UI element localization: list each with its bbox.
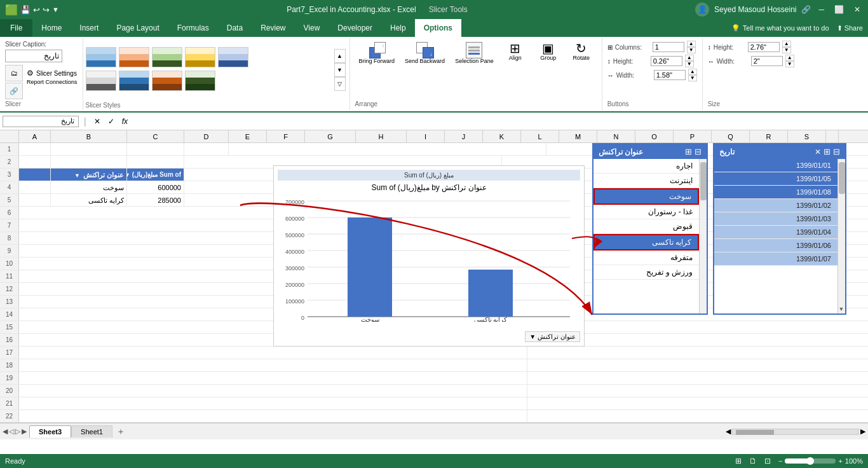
cell-B1[interactable] (51, 143, 127, 155)
date-item-07[interactable]: 1399/01/07 (714, 252, 837, 266)
columns-spinner[interactable]: ▲ ▼ (687, 41, 696, 53)
report-connections-btn[interactable]: 🔗 (5, 83, 23, 99)
cell-B3-header[interactable]: عنوان تراکنش ▼ (51, 169, 127, 181)
tab-page-layout[interactable]: Page Layout (107, 19, 168, 37)
cell-D1[interactable] (184, 143, 229, 155)
tab-developer[interactable]: Developer (329, 19, 381, 37)
columns-down[interactable]: ▼ (687, 47, 696, 53)
col-header-L[interactable]: L (521, 130, 559, 142)
col-header-N[interactable]: N (597, 130, 635, 142)
name-box[interactable] (3, 116, 79, 127)
slicer-icon-btn[interactable]: 🗂 (5, 65, 23, 81)
page-break-icon[interactable]: ⊡ (764, 457, 771, 465)
date-item-08[interactable]: 1399/01/08 (714, 186, 837, 199)
slicer-item-ghaza[interactable]: غذا - رستوران (593, 205, 699, 219)
col-header-B[interactable]: B (51, 130, 127, 142)
share-btn[interactable]: ⬆ Share (837, 24, 863, 32)
cell-C3-header[interactable]: Sum of مبلغ(ریال) ▼ (127, 169, 184, 181)
date-item-02[interactable]: 1399/01/02 (714, 199, 837, 212)
date-slicer-scrollbar[interactable]: ▼ (837, 159, 845, 313)
bar-kraiye[interactable] (468, 270, 513, 317)
slicer-item-ejare[interactable]: اجاره (593, 159, 699, 174)
cell-A4[interactable] (19, 181, 51, 193)
slicer-item-ghobooz[interactable]: قبوض (593, 219, 699, 234)
restore-btn[interactable]: ⬜ (832, 5, 846, 14)
date-slicer[interactable]: ⊟ ⊞ ✕ تاریخ 1399/01/01 1399/01/05 1399/0… (713, 143, 846, 315)
date-item-03[interactable]: 1399/01/03 (714, 212, 837, 226)
col-header-K[interactable]: K (483, 130, 521, 142)
height-down[interactable]: ▼ (685, 61, 694, 67)
tab-data[interactable]: Data (218, 19, 252, 37)
tab-file[interactable]: File (0, 19, 32, 37)
cell-A1[interactable] (19, 143, 51, 155)
col-header-J[interactable]: J (445, 130, 483, 142)
col-header-T[interactable] (826, 130, 839, 142)
customize-icon[interactable]: ▼ (52, 6, 59, 13)
styles-expand[interactable]: ▽ (334, 77, 346, 91)
cell-row21[interactable] (19, 397, 527, 410)
size-width-spinner[interactable]: ▲ ▼ (785, 55, 794, 67)
tab-view[interactable]: View (295, 19, 329, 37)
size-height-up[interactable]: ▲ (782, 41, 791, 47)
horizontal-scrollbar[interactable]: ◀ ▶ (726, 427, 865, 436)
slicer-item-internet[interactable]: اینترنت (593, 174, 699, 188)
cell-C5[interactable]: 285000 (127, 194, 184, 206)
col-header-P[interactable]: P (674, 130, 712, 142)
confirm-formula-btn[interactable]: ✓ (105, 116, 117, 127)
size-width-up[interactable]: ▲ (785, 55, 794, 61)
zoom-slider[interactable] (785, 458, 836, 464)
slicer-item-kraiye[interactable]: کرایه تاکسی (593, 234, 699, 251)
size-height-input[interactable] (748, 42, 780, 52)
cell-C2[interactable] (127, 156, 184, 168)
style-box-3[interactable] (185, 47, 215, 67)
style-box-6[interactable] (119, 71, 149, 91)
date-slicer-close-icon[interactable]: ✕ (815, 148, 821, 156)
date-slicer-multiselect-icon[interactable]: ⊞ (824, 147, 831, 156)
styles-scroll[interactable]: ▲ ▼ ▽ (333, 48, 347, 92)
date-slicer-filter-icon[interactable]: ⊟ (833, 147, 840, 156)
category-slicer-scroll-thumb[interactable] (700, 162, 707, 200)
h-scroll-thumb[interactable] (736, 430, 774, 435)
tab-review[interactable]: Review (252, 19, 294, 37)
undo-icon[interactable]: ↩ (33, 5, 40, 15)
cell-B4[interactable]: سوخت (51, 181, 127, 193)
tab-formulas[interactable]: Formulas (168, 19, 218, 37)
category-slicer[interactable]: ⊟ ⊞ عنوان تراکنش اجاره اینترنت سوخت غذا … (592, 143, 708, 315)
date-slicer-scroll-thumb[interactable] (839, 162, 845, 194)
slicer-caption-input[interactable] (5, 50, 62, 62)
cell-row17[interactable] (19, 347, 527, 359)
columns-up[interactable]: ▲ (687, 41, 696, 47)
insert-function-btn[interactable]: fx (119, 116, 130, 127)
cell-C1[interactable] (127, 143, 184, 155)
formula-input[interactable] (133, 116, 865, 127)
width-down[interactable]: ▼ (688, 75, 697, 81)
date-item-04[interactable]: 1399/01/04 (714, 226, 837, 239)
size-height-spinner[interactable]: ▲ ▼ (782, 41, 791, 53)
bar-sokht[interactable] (348, 217, 392, 317)
col-header-R[interactable]: R (750, 130, 788, 142)
save-icon[interactable]: 💾 (20, 5, 31, 15)
style-box-2[interactable] (152, 47, 182, 67)
cell-row19[interactable] (19, 372, 527, 384)
date-item-01[interactable]: 1399/01/01 (714, 159, 837, 172)
normal-view-icon[interactable]: ⊞ (735, 457, 742, 465)
cell-row22[interactable] (19, 410, 527, 422)
style-box-4[interactable] (218, 47, 248, 67)
col-header-F[interactable]: F (267, 130, 305, 142)
share-icon[interactable]: 🔗 (801, 5, 811, 14)
scroll-bottom-arrow[interactable]: ▼ (838, 306, 844, 312)
chart-filter-btn[interactable]: ▼ عنوان تراکنش (525, 331, 580, 342)
rotate-btn[interactable]: ↻ Rotate (566, 41, 597, 66)
height-spinner[interactable]: ▲ ▼ (685, 55, 694, 67)
zoom-slider-thumb[interactable] (806, 457, 814, 465)
col-header-M[interactable]: M (559, 130, 597, 142)
cell-A5[interactable] (19, 194, 51, 206)
style-box-5[interactable] (86, 71, 116, 91)
styles-scroll-down[interactable]: ▼ (334, 63, 346, 77)
col-header-O[interactable]: O (635, 130, 674, 142)
zoom-control[interactable]: − + 100% (778, 457, 863, 465)
col-header-A[interactable]: A (19, 130, 51, 142)
close-btn[interactable]: ✕ (851, 5, 863, 14)
columns-input[interactable] (653, 42, 684, 52)
col-header-D[interactable]: D (184, 130, 229, 142)
